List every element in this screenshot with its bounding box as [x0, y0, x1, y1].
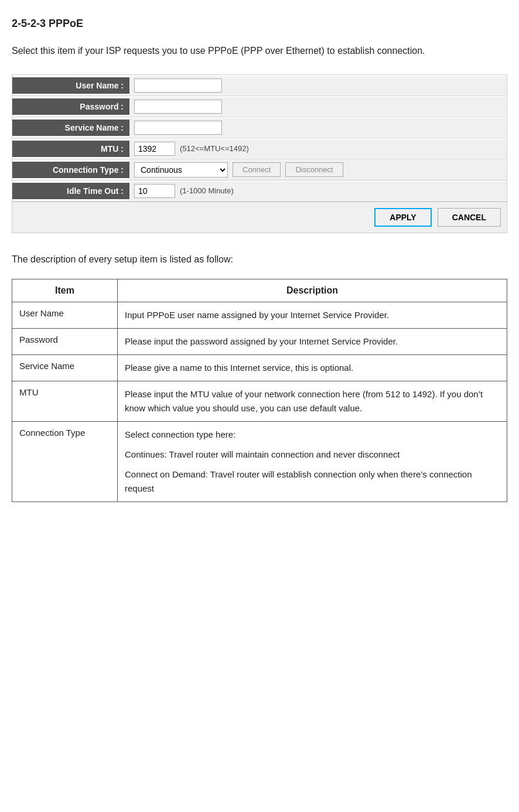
table-item-cell: User Name [12, 302, 118, 329]
connection-type-input-cell: Continuous Connect on Demand Manual Conn… [129, 160, 507, 180]
table-description-cell: Please input the password assigned by yo… [118, 329, 507, 355]
table-description-cell: Input PPPoE user name assigned by your I… [118, 302, 507, 329]
idle-timeout-row: Idle Time Out : (1-1000 Minute) [12, 180, 507, 202]
username-label: User Name : [12, 77, 129, 94]
page-title: 2-5-2-3 PPPoE [12, 18, 507, 30]
table-item-cell: MTU [12, 381, 118, 422]
idle-timeout-input-cell: (1-1000 Minute) [129, 182, 507, 200]
table-row: Connection TypeSelect connection type he… [12, 422, 507, 502]
connection-type-row: Connection Type : Continuous Connect on … [12, 159, 507, 180]
connect-button[interactable]: Connect [233, 162, 281, 177]
password-label: Password : [12, 98, 129, 115]
table-item-cell: Connection Type [12, 422, 118, 502]
connection-type-label: Connection Type : [12, 162, 129, 178]
idle-timeout-hint: (1-1000 Minute) [180, 186, 234, 195]
desc-intro-text: The description of every setup item is l… [12, 254, 507, 265]
table-description-cell: Please input the MTU value of your netwo… [118, 381, 507, 422]
service-name-row: Service Name : [12, 117, 507, 138]
description-table: Item Description User NameInput PPPoE us… [12, 279, 507, 502]
username-input-cell [129, 76, 507, 95]
username-input[interactable] [134, 79, 222, 93]
connection-type-select[interactable]: Continuous Connect on Demand Manual [134, 162, 228, 178]
table-description-cell: Select connection type here:Continues: T… [118, 422, 507, 502]
table-description-cell: Please give a name to this Internet serv… [118, 355, 507, 381]
service-name-label: Service Name : [12, 120, 129, 136]
cancel-button[interactable]: CANCEL [438, 208, 501, 227]
table-row: MTUPlease input the MTU value of your ne… [12, 381, 507, 422]
table-row: User NameInput PPPoE user name assigned … [12, 302, 507, 329]
mtu-hint: (512<=MTU<=1492) [180, 144, 249, 153]
password-row: Password : [12, 96, 507, 117]
idle-timeout-label: Idle Time Out : [12, 183, 129, 199]
password-input[interactable] [134, 100, 222, 114]
service-name-input[interactable] [134, 121, 222, 135]
table-item-cell: Service Name [12, 355, 118, 381]
mtu-input-cell: (512<=MTU<=1492) [129, 139, 507, 158]
apply-button[interactable]: APPLY [374, 208, 431, 227]
form-action-row: APPLY CANCEL [12, 202, 507, 233]
intro-text: Select this item if your ISP requests yo… [12, 44, 507, 58]
idle-timeout-input[interactable] [134, 184, 175, 198]
table-row: Service NamePlease give a name to this I… [12, 355, 507, 381]
password-input-cell [129, 97, 507, 116]
table-item-cell: Password [12, 329, 118, 355]
mtu-label: MTU : [12, 141, 129, 157]
username-row: User Name : [12, 75, 507, 96]
disconnect-button[interactable]: Disconnect [285, 162, 343, 177]
col-header-item: Item [12, 279, 118, 302]
table-row: PasswordPlease input the password assign… [12, 329, 507, 355]
col-header-description: Description [118, 279, 507, 302]
service-name-input-cell [129, 118, 507, 137]
mtu-row: MTU : (512<=MTU<=1492) [12, 138, 507, 159]
mtu-input[interactable] [134, 142, 175, 156]
pppoe-form: User Name : Password : Service Name : MT… [12, 74, 507, 233]
